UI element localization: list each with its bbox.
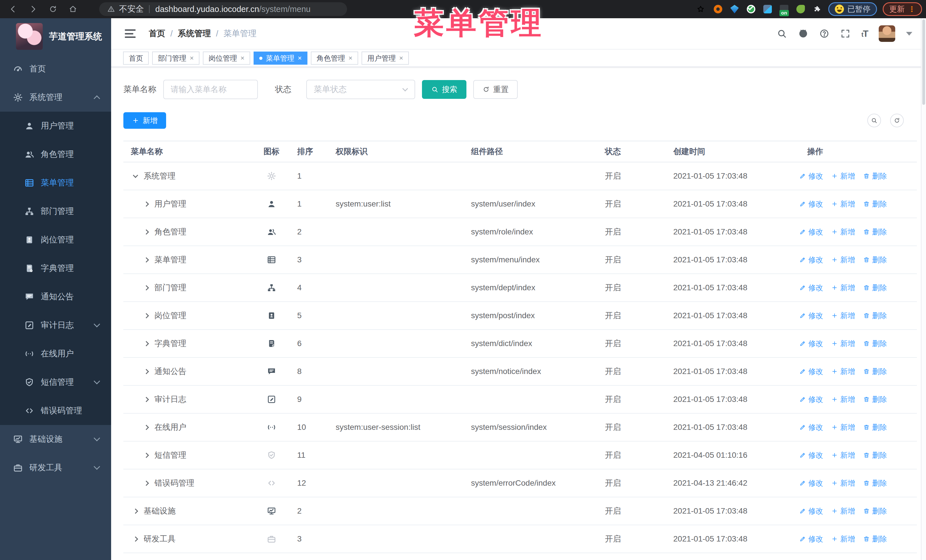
fullscreen-icon[interactable] — [840, 29, 850, 39]
modify-link[interactable]: 修改 — [799, 171, 823, 181]
expand-arrow-icon[interactable] — [133, 509, 138, 513]
refresh-table-button[interactable] — [890, 114, 904, 127]
delete-link[interactable]: 删除 — [863, 199, 887, 209]
modify-link[interactable]: 修改 — [799, 255, 823, 265]
expand-arrow-icon[interactable] — [144, 257, 149, 262]
chevron-down-icon[interactable] — [906, 32, 912, 36]
browser-home-button[interactable] — [67, 3, 79, 15]
modify-link[interactable]: 修改 — [799, 450, 823, 460]
sidebar-item-role[interactable]: 角色管理 — [0, 140, 111, 169]
delete-link[interactable]: 删除 — [863, 311, 887, 321]
tab-用户管理[interactable]: 用户管理× — [362, 51, 409, 65]
expand-arrow-icon[interactable] — [144, 201, 149, 207]
add-link[interactable]: 新增 — [831, 255, 855, 265]
add-button[interactable]: 新增 — [123, 112, 166, 129]
sidebar-item-notice[interactable]: 通知公告 — [0, 282, 111, 311]
breadcrumb-item[interactable]: 首页 — [149, 28, 165, 39]
expand-arrow-icon[interactable] — [144, 229, 149, 234]
sidebar-item-menu[interactable]: 菜单管理 — [0, 169, 111, 197]
modify-link[interactable]: 修改 — [799, 423, 823, 432]
modify-link[interactable]: 修改 — [799, 367, 823, 377]
search-button[interactable]: 搜索 — [422, 80, 466, 99]
breadcrumb-item[interactable]: 系统管理 — [178, 28, 211, 39]
extension-grid-icon[interactable] — [762, 4, 773, 15]
browser-reload-button[interactable] — [47, 3, 59, 15]
page-scrollbar[interactable] — [921, 18, 926, 560]
show-search-toggle-button[interactable] — [867, 114, 881, 127]
modify-link[interactable]: 修改 — [799, 199, 823, 209]
close-icon[interactable]: × — [298, 55, 302, 62]
sidebar-item-log[interactable]: 审计日志 — [0, 311, 111, 340]
font-size-icon[interactable]: tT — [861, 29, 868, 39]
delete-link[interactable]: 删除 — [863, 423, 887, 432]
scrollbar-thumb[interactable] — [922, 20, 925, 105]
expand-arrow-icon[interactable] — [144, 369, 149, 374]
expand-arrow-icon[interactable] — [144, 313, 149, 318]
modify-link[interactable]: 修改 — [799, 506, 823, 516]
sidebar-item-tool[interactable]: 研发工具 — [0, 453, 111, 482]
sidebar-item-sms[interactable]: 短信管理 — [0, 368, 111, 397]
app-logo[interactable]: 芋道管理系统 — [0, 18, 111, 55]
sidebar-item-user[interactable]: 用户管理 — [0, 112, 111, 140]
expand-arrow-icon[interactable] — [144, 453, 149, 458]
sidebar-item-infra[interactable]: 基础设施 — [0, 425, 111, 453]
add-link[interactable]: 新增 — [831, 423, 855, 432]
search-icon[interactable] — [776, 28, 787, 39]
sidebar-item-system[interactable]: 系统管理 — [0, 83, 111, 112]
expand-arrow-icon[interactable] — [144, 425, 149, 430]
modify-link[interactable]: 修改 — [799, 478, 823, 488]
extension-check-icon[interactable] — [746, 4, 757, 15]
add-link[interactable]: 新增 — [831, 394, 855, 405]
add-link[interactable]: 新增 — [831, 534, 855, 544]
tab-菜单管理[interactable]: 菜单管理× — [254, 51, 307, 65]
add-link[interactable]: 新增 — [831, 283, 855, 293]
close-icon[interactable]: × — [241, 55, 244, 62]
sidebar-item-dept[interactable]: 部门管理 — [0, 197, 111, 226]
add-link[interactable]: 新增 — [831, 171, 855, 181]
address-bar[interactable]: 不安全 dashboard.yudao.iocoder.cn/system/me… — [99, 2, 347, 16]
expand-arrow-icon[interactable] — [144, 341, 149, 346]
browser-forward-button[interactable] — [27, 3, 39, 15]
add-link[interactable]: 新增 — [831, 506, 855, 516]
browser-update-button[interactable]: 更新 ⋮ — [883, 2, 922, 16]
delete-link[interactable]: 删除 — [863, 534, 887, 544]
tab-角色管理[interactable]: 角色管理× — [311, 51, 358, 65]
extension-proxy-icon[interactable]: on — [779, 4, 790, 15]
profile-paused-pill[interactable]: 已暂停 — [828, 2, 877, 16]
tab-首页[interactable]: 首页 — [123, 51, 149, 65]
add-link[interactable]: 新增 — [831, 450, 855, 460]
delete-link[interactable]: 删除 — [863, 171, 887, 181]
extension-orange-icon[interactable] — [713, 4, 723, 15]
modify-link[interactable]: 修改 — [799, 227, 823, 237]
modify-link[interactable]: 修改 — [799, 394, 823, 405]
modify-link[interactable]: 修改 — [799, 283, 823, 293]
delete-link[interactable]: 删除 — [863, 478, 887, 488]
extensions-puzzle-icon[interactable] — [812, 4, 823, 15]
reset-button[interactable]: 重置 — [473, 80, 518, 99]
tab-岗位管理[interactable]: 岗位管理× — [203, 51, 250, 65]
tab-部门管理[interactable]: 部门管理× — [152, 51, 200, 65]
modify-link[interactable]: 修改 — [799, 339, 823, 349]
extension-gem-icon[interactable] — [729, 4, 740, 15]
expand-arrow-icon[interactable] — [144, 285, 149, 290]
delete-link[interactable]: 删除 — [863, 283, 887, 293]
help-icon[interactable] — [819, 29, 829, 39]
delete-link[interactable]: 删除 — [863, 227, 887, 237]
avatar[interactable] — [879, 25, 895, 42]
github-icon[interactable] — [798, 29, 808, 39]
add-link[interactable]: 新增 — [831, 339, 855, 349]
hamburger-icon[interactable] — [125, 29, 136, 38]
modify-link[interactable]: 修改 — [799, 311, 823, 321]
status-select[interactable]: 菜单状态 — [306, 80, 415, 99]
extension-leaf-icon[interactable] — [795, 4, 806, 15]
delete-link[interactable]: 删除 — [863, 394, 887, 405]
browser-back-button[interactable] — [7, 3, 20, 15]
delete-link[interactable]: 删除 — [863, 450, 887, 460]
sidebar-item-home[interactable]: 首页 — [0, 55, 111, 83]
delete-link[interactable]: 删除 — [863, 255, 887, 265]
add-link[interactable]: 新增 — [831, 367, 855, 377]
modify-link[interactable]: 修改 — [799, 534, 823, 544]
add-link[interactable]: 新增 — [831, 227, 855, 237]
sidebar-item-online[interactable]: 在线用户 — [0, 340, 111, 368]
add-link[interactable]: 新增 — [831, 478, 855, 488]
